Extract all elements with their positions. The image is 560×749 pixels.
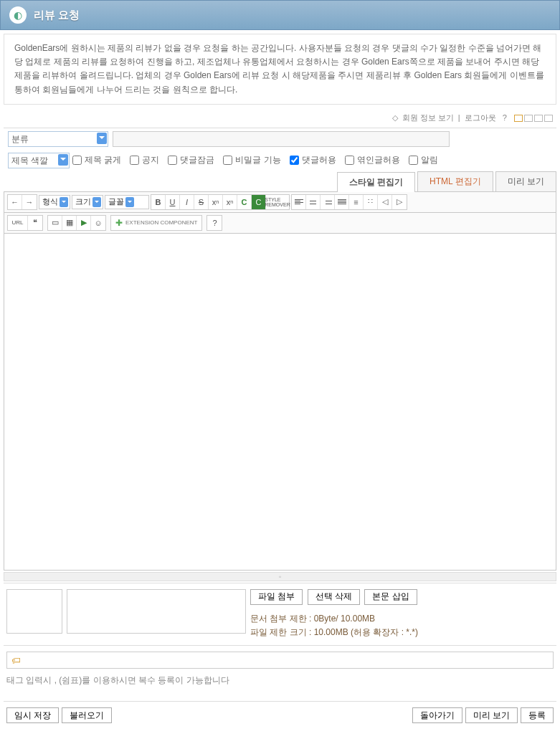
undo-button[interactable]: ←: [8, 195, 22, 209]
preview-button[interactable]: 미리 보기: [465, 707, 518, 723]
underline-button[interactable]: U: [166, 195, 180, 209]
tag-icon: 🏷: [11, 655, 21, 666]
bold-button[interactable]: B: [151, 195, 166, 209]
list-ordered-button[interactable]: ≡: [349, 195, 364, 209]
load-button[interactable]: 불러오기: [62, 707, 112, 723]
font-select[interactable]: 글꼴: [105, 195, 149, 209]
logout-link[interactable]: 로그아웃: [465, 113, 496, 122]
indent-button[interactable]: ▷: [392, 195, 407, 209]
help-icon[interactable]: ?: [503, 113, 507, 122]
page-title: 리뷰 요청: [34, 9, 80, 22]
opt-bold[interactable]: 제목 굵게: [72, 154, 121, 166]
view-mode-4-icon[interactable]: [544, 115, 553, 122]
editor-toolbar-1: ← → 형식 크기 글꼴 B U I S xn xn C C STYLEREMO…: [4, 192, 556, 213]
url-button[interactable]: URL: [8, 216, 28, 230]
align-left-button[interactable]: [292, 195, 306, 209]
align-right-button[interactable]: [321, 195, 335, 209]
quote-button[interactable]: ❝: [28, 216, 42, 230]
submit-button[interactable]: 등록: [521, 707, 554, 723]
align-justify-button[interactable]: [335, 195, 349, 209]
emoticon-button[interactable]: ☺: [91, 216, 105, 230]
insert-body-button[interactable]: 본문 삽입: [364, 589, 417, 605]
superscript-button[interactable]: xn: [209, 195, 223, 209]
opt-lock-comment[interactable]: 댓글잠금: [168, 154, 214, 166]
list-unordered-button[interactable]: ∷: [364, 195, 378, 209]
view-mode-3-icon[interactable]: [534, 115, 543, 122]
opt-notify[interactable]: 알림: [409, 154, 438, 166]
plus-icon: ✚: [115, 218, 123, 228]
view-mode-2-icon[interactable]: [524, 115, 533, 122]
align-center-button[interactable]: [306, 195, 321, 209]
subscript-button[interactable]: xn: [223, 195, 237, 209]
back-button[interactable]: 돌아가기: [412, 707, 462, 723]
opt-allow-comment[interactable]: 댓글허용: [290, 154, 336, 166]
table-button[interactable]: ▦: [62, 216, 77, 230]
attachment-section: 파일 첨부 선택 삭제 본문 삽입 문서 첨부 제한 : 0Byte/ 10.0…: [4, 583, 556, 645]
header-icon: ◐: [9, 6, 27, 24]
view-mode-1-icon[interactable]: [514, 115, 523, 122]
italic-button[interactable]: I: [180, 195, 194, 209]
top-links: ◇ 회원 정보 보기 | 로그아웃 ?: [0, 108, 560, 128]
attachment-list[interactable]: [67, 589, 246, 634]
tab-style-editor[interactable]: 스타일 편집기: [337, 172, 415, 192]
user-icon: ◇: [392, 113, 398, 122]
category-select[interactable]: 분류: [8, 131, 108, 147]
extension-component-button[interactable]: ✚ EXTENSION COMPONENT: [110, 215, 202, 231]
redo-button[interactable]: →: [22, 195, 37, 209]
media-button[interactable]: ▶: [77, 216, 91, 230]
outdent-button[interactable]: ◁: [378, 195, 392, 209]
file-limit-text: 파일 제한 크기 : 10.00MB (허용 확장자 : *.*): [250, 626, 419, 639]
content-editor[interactable]: [4, 234, 556, 571]
opt-allow-trackback[interactable]: 엮인글허용: [345, 154, 400, 166]
opt-secret[interactable]: 비밀글 기능: [223, 154, 280, 166]
bg-color-button[interactable]: C: [252, 195, 266, 209]
doc-limit-text: 문서 첨부 제한 : 0Byte/ 10.00MB: [250, 612, 419, 626]
temp-save-button[interactable]: 임시 저장: [6, 707, 59, 723]
image-button[interactable]: ▭: [48, 216, 62, 230]
editor-tabs: 스타일 편집기 HTML 편집기 미리 보기: [4, 171, 556, 192]
resize-grip[interactable]: ◦: [4, 572, 556, 581]
attachment-thumbnail: [6, 589, 62, 634]
intro-text: GoldenEars에 원하시는 제품의 리뷰가 없을 경우 요청을 하는 공간…: [4, 34, 556, 105]
file-attach-button[interactable]: 파일 첨부: [250, 589, 303, 605]
size-select[interactable]: 크기: [72, 195, 103, 209]
tag-hint: 태그 입력시 , (쉼표)를 이용하시면 복수 등록이 가능합니다: [6, 674, 554, 687]
footer-buttons: 임시 저장 불러오기 돌아가기 미리 보기 등록: [4, 701, 556, 726]
text-color-button[interactable]: C: [237, 195, 252, 209]
member-info-link[interactable]: 회원 정보 보기: [402, 113, 454, 122]
title-color-select[interactable]: 제목 색깔: [8, 153, 70, 168]
tab-preview[interactable]: 미리 보기: [495, 171, 556, 191]
editor-toolbar-2: URL ❝ ▭ ▦ ▶ ☺ ✚ EXTENSION COMPONENT ?: [4, 213, 556, 234]
opt-notice[interactable]: 공지: [130, 154, 159, 166]
title-input[interactable]: [113, 131, 450, 147]
tag-input[interactable]: [25, 653, 549, 667]
style-remover-button[interactable]: STYLEREMOVER: [266, 195, 289, 209]
strike-button[interactable]: S: [194, 195, 209, 209]
page-header: ◐ 리뷰 요청: [0, 0, 560, 30]
tab-html-editor[interactable]: HTML 편집기: [417, 171, 493, 191]
delete-selected-button[interactable]: 선택 삭제: [308, 589, 360, 605]
tag-section: 🏷 태그 입력시 , (쉼표)를 이용하시면 복수 등록이 가능합니다: [4, 645, 556, 692]
format-select[interactable]: 형식: [39, 195, 70, 209]
help-button[interactable]: ?: [207, 216, 222, 230]
